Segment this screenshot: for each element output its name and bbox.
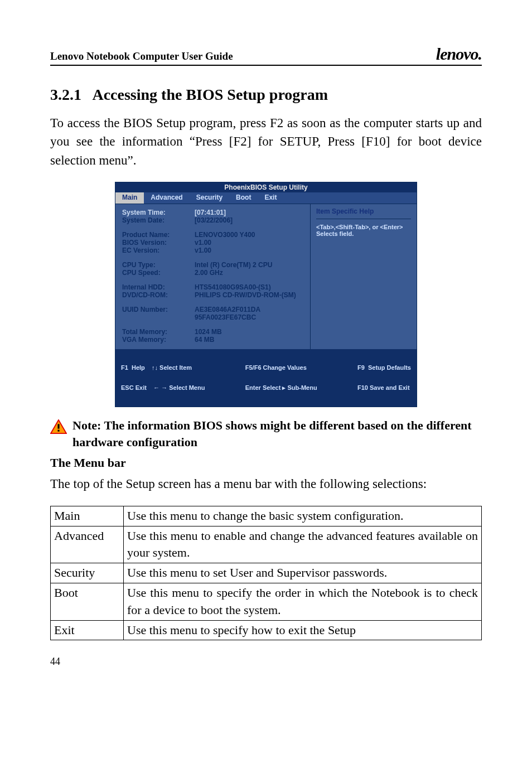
bios-footer-f10: F10 Save and Exit	[357, 384, 411, 391]
note-block: Note: The information BIOS shows might b…	[50, 417, 482, 450]
page-header: Lenovo Notebook Computer User Guide leno…	[50, 45, 482, 66]
brand-logo: lenovo.	[436, 45, 482, 64]
label-dvd-cdrom: DVD/CD-ROM:	[122, 291, 195, 299]
menu-desc-exit: Use this menu to specify how to exit the…	[124, 620, 482, 640]
page-number: 44	[50, 656, 482, 668]
svg-rect-1	[57, 424, 59, 428]
bios-footer-right: F9 Setup Defaults F10 Save and Exit	[357, 351, 411, 405]
label-bios-version: BIOS Version:	[122, 239, 195, 247]
menu-bar-intro: The top of the Setup screen has a menu b…	[50, 475, 482, 493]
menu-desc-boot: Use this menu to specify the order in wh…	[124, 583, 482, 620]
value-bios-version: v1.00	[195, 239, 211, 247]
bios-main-panel: System Time: [07:41:01] System Date: [03…	[115, 204, 311, 349]
value-dvd-cdrom: PHILIPS CD-RW/DVD-ROM-(SM)	[195, 291, 296, 299]
bios-footer-esc: ESC Exit ← → Select Menu	[121, 384, 205, 391]
intro-paragraph: To access the BIOS Setup program, press …	[50, 114, 482, 170]
value-system-date[interactable]: [03/22/2006]	[195, 216, 233, 224]
label-system-time: System Time:	[122, 209, 195, 216]
value-internal-hdd: HTS541080G9SA00-(S1)	[195, 283, 271, 291]
menu-desc-main: Use this menu to change the basic system…	[124, 506, 482, 526]
label-ec-version: EC Version:	[122, 247, 195, 254]
bios-footer-enter: Enter Select ▸ Sub-Menu	[245, 384, 317, 392]
bios-body: System Time: [07:41:01] System Date: [03…	[115, 204, 417, 349]
menu-desc-advanced: Use this menu to enable and change the a…	[124, 526, 482, 563]
label-cpu-type: CPU Type:	[122, 261, 195, 269]
bios-menu-bar: Main Advanced Security Boot Exit	[115, 192, 417, 204]
section-heading: 3.2.1 Accessing the BIOS Setup program	[50, 86, 482, 104]
label-system-date: System Date:	[122, 216, 195, 224]
menu-table: Main Use this menu to change the basic s…	[50, 506, 482, 641]
menu-desc-security: Use this menu to set User and Supervisor…	[124, 563, 482, 583]
label-product-name: Product Name:	[122, 231, 195, 239]
section-number: 3.2.1	[50, 86, 81, 103]
bios-footer-left: F1 Help ↑↓ Select Item ESC Exit ← → Sele…	[121, 351, 205, 405]
bios-screenshot: PhoenixBIOS Setup Utility Main Advanced …	[115, 182, 417, 407]
bios-help-title: Item Specific Help	[316, 207, 411, 219]
section-title: Accessing the BIOS Setup program	[92, 86, 328, 103]
table-row: Exit Use this menu to specify how to exi…	[51, 620, 482, 640]
svg-rect-2	[57, 430, 59, 432]
document-page: Lenovo Notebook Computer User Guide leno…	[0, 0, 532, 690]
value-product-name: LENOVO3000 Y400	[195, 231, 255, 239]
label-vga-memory: VGA Memory:	[122, 336, 195, 344]
note-text: Note: The information BIOS shows might b…	[72, 417, 482, 450]
table-row: Main Use this menu to change the basic s…	[51, 506, 482, 526]
bios-tab-advanced[interactable]: Advanced	[144, 192, 189, 204]
value-cpu-type: Intel (R) Core(TM) 2 CPU	[195, 261, 272, 269]
bios-tab-exit[interactable]: Exit	[258, 192, 283, 204]
header-doc-title: Lenovo Notebook Computer User Guide	[50, 50, 233, 62]
value-ec-version: v1.00	[195, 247, 211, 254]
value-uuid-line2: 95FA0023FE67CBC	[195, 313, 260, 321]
table-row: Boot Use this menu to specify the order …	[51, 583, 482, 620]
menu-name-security: Security	[51, 563, 124, 583]
label-cpu-speed: CPU Speed:	[122, 269, 195, 277]
value-vga-memory: 64 MB	[195, 336, 214, 344]
value-uuid-line1: AE3E0846A2F011DA	[195, 306, 260, 313]
value-system-time[interactable]: [07:41:01]	[195, 209, 226, 216]
menu-bar-heading: The Menu bar	[50, 456, 482, 470]
label-uuid: UUID Number:	[122, 306, 195, 321]
bios-footer-f1: F1 Help ↑↓ Select Item	[121, 364, 205, 371]
value-uuid: AE3E0846A2F011DA 95FA0023FE67CBC	[195, 306, 260, 321]
label-total-memory: Total Memory:	[122, 328, 195, 336]
warning-icon	[50, 419, 67, 434]
bios-footer: F1 Help ↑↓ Select Item ESC Exit ← → Sele…	[115, 349, 417, 407]
bios-tab-security[interactable]: Security	[190, 192, 229, 204]
bios-tab-boot[interactable]: Boot	[229, 192, 258, 204]
bios-footer-f9: F9 Setup Defaults	[357, 364, 411, 371]
menu-name-boot: Boot	[51, 583, 124, 620]
bios-footer-mid: F5/F6 Change Values Enter Select ▸ Sub-M…	[245, 351, 317, 405]
menu-name-advanced: Advanced	[51, 526, 124, 563]
table-row: Security Use this menu to set User and S…	[51, 563, 482, 583]
value-cpu-speed: 2.00 GHz	[195, 269, 223, 277]
bios-footer-f5f6: F5/F6 Change Values	[245, 364, 317, 371]
menu-name-exit: Exit	[51, 620, 124, 640]
bios-help-panel: Item Specific Help <Tab>,<Shift-Tab>, or…	[311, 204, 417, 349]
value-total-memory: 1024 MB	[195, 328, 222, 336]
label-internal-hdd: Internal HDD:	[122, 283, 195, 291]
table-row: Advanced Use this menu to enable and cha…	[51, 526, 482, 563]
menu-name-main: Main	[51, 506, 124, 526]
bios-window-title: PhoenixBIOS Setup Utility	[115, 182, 417, 192]
bios-help-text: <Tab>,<Shift-Tab>, or <Enter> Selects fi…	[316, 219, 411, 237]
bios-tab-main[interactable]: Main	[115, 192, 144, 204]
